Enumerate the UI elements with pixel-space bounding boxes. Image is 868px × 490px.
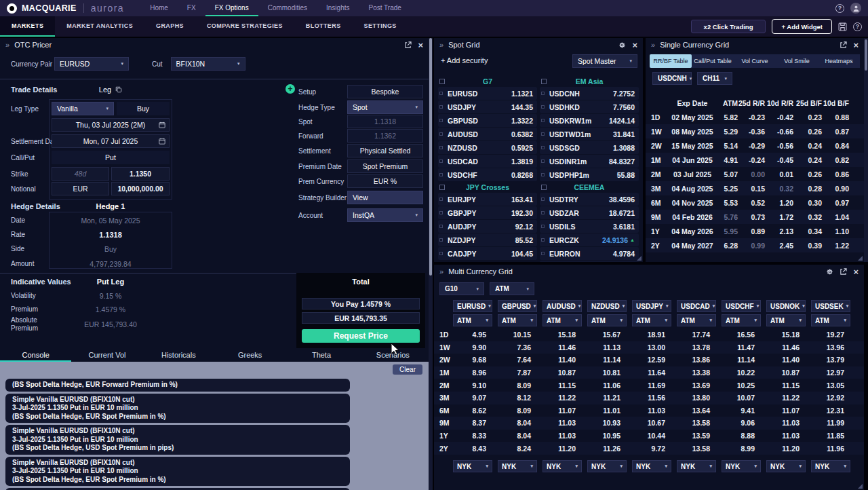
vol-cell[interactable]: 0.26 [793,128,822,136]
vol-cell[interactable]: 5.76 [717,213,738,221]
vol-cell[interactable]: 15.18 [540,331,585,339]
vol-cell[interactable]: 2.45 [765,242,793,250]
drag-handle-icon[interactable] [439,238,443,242]
vol-cell[interactable]: -0.36 [738,128,765,136]
vol-cell[interactable]: 13.69 [674,381,719,390]
vol-cell[interactable]: 8.12 [495,394,540,402]
multi-grid-row-3M[interactable]: 3M9.078.1211.2211.2111.5613.8010.0711.22… [434,392,864,404]
add-leg-button[interactable]: + [285,84,295,94]
multi-grid-row-2W[interactable]: 2W9.687.6411.4011.1412.5913.8611.1411.40… [434,354,864,366]
vol-cell[interactable]: 15.67 [585,331,629,339]
vol-cell[interactable]: 5.07 [717,170,738,178]
drag-handle-icon[interactable] [439,146,443,149]
vol-cell[interactable]: 11.14 [585,356,629,364]
vol-cell[interactable]: 1.72 [765,213,793,221]
vol-cell[interactable]: 0.88 [822,113,849,121]
collapse-panel-icon[interactable]: » [5,41,9,49]
vol-cell[interactable]: 11.40 [540,356,585,364]
vol-cell[interactable]: 0.23 [793,113,822,121]
vol-cell[interactable]: 11.47 [719,343,764,352]
vol-cell[interactable]: 11.56 [629,394,674,402]
console-tab-historicals[interactable]: Historicals [143,349,214,362]
vol-cell[interactable]: -0.66 [765,128,793,136]
user-avatar[interactable] [850,3,861,14]
setup-field[interactable]: Bespoke [347,85,423,98]
vol-cell[interactable]: 13.80 [674,394,719,402]
vol-cell[interactable]: 0.32 [765,185,793,193]
currency-select-audusd[interactable]: AUDUSD▾ [542,300,582,312]
vol-cell[interactable]: 0.86 [822,170,849,178]
vol-cell[interactable]: 13.79 [808,356,853,364]
spot-field[interactable]: 1.1318 [347,115,423,128]
vol-cell[interactable]: 5.29 [717,128,738,136]
vol-cell[interactable]: 0.34 [793,227,822,235]
drag-handle-icon[interactable] [439,132,443,136]
currency-select-nzdusd[interactable]: NZDUSD▾ [587,300,627,312]
vol-cell[interactable]: 9.90 [450,343,495,352]
drag-handle-icon[interactable] [541,173,545,176]
help-icon[interactable]: ? [835,4,844,13]
single-grid-tab-rr-bf-table[interactable]: RR/BF Table [650,54,692,68]
spot-row-nzdjpy[interactable]: NZDJPY85.52 [438,233,537,246]
vol-cell[interactable]: 11.40 [764,356,808,364]
vol-cell[interactable]: 17.74 [674,331,719,339]
drag-handle-icon[interactable] [439,92,443,95]
vol-cell[interactable]: 13.58 [674,445,719,453]
spot-row-eurpln[interactable]: EURPLN4.2858 [540,261,639,262]
resize-handle[interactable] [637,256,642,261]
metric-select-audusd[interactable]: ATM▾ [542,314,582,326]
drag-handle-icon[interactable] [439,225,443,228]
close-icon[interactable]: × [853,267,859,276]
topnav-item-fx[interactable]: FX [178,0,205,16]
drag-handle-icon[interactable] [541,119,545,122]
vol-cell[interactable]: 13.00 [629,343,674,352]
vol-cell[interactable]: 11.46 [540,343,585,352]
drag-handle-icon[interactable] [541,92,545,95]
vol-cell[interactable]: 11.14 [719,356,764,364]
vol-cell[interactable]: 10.15 [495,331,540,339]
leg-type-select[interactable]: Vanilla▾ [52,102,114,115]
single-grid-row-1D[interactable]: 1D02 May 20255.82-0.23-0.420.230.88 [646,110,864,124]
notional-ccy-field[interactable]: EUR [52,182,109,195]
vol-cell[interactable]: 9.41 [719,407,764,415]
spot-row-nzdusd[interactable]: NZDUSD0.5925 [438,141,537,154]
vol-cell[interactable]: 8.43 [450,445,495,453]
vol-cell[interactable]: 9.68 [450,356,495,364]
vol-cell[interactable]: 11.03 [540,432,585,440]
single-grid-currency-select[interactable]: USDCNH▾ [652,72,692,85]
add-security-button[interactable]: + Add security [441,56,488,64]
vol-cell[interactable]: 11.69 [629,381,674,390]
vol-cell[interactable]: 10.81 [585,369,629,377]
metric-select-usdnok[interactable]: ATM▾ [766,314,806,326]
currency-select-usdsek[interactable]: USDSEK▾ [811,300,850,312]
popout-icon[interactable] [840,41,847,49]
vol-cell[interactable]: 6.28 [717,242,738,250]
hedge-amount-value[interactable]: 4,797,239.84 [49,260,172,268]
vol-cell[interactable]: 7.87 [495,369,540,377]
single-grid-row-2Y[interactable]: 2Y04 May 20276.280.992.450.391.22 [646,238,864,252]
multi-grid-row-1M[interactable]: 1M8.967.8710.8710.8111.6413.3810.2210.87… [434,366,864,379]
cut-select-usdcad[interactable]: NYK▾ [677,460,716,472]
cut-select-gbpusd[interactable]: NYK▾ [498,460,537,472]
copy-leg-icon[interactable] [115,86,122,93]
vol-cell[interactable]: 11.64 [629,369,674,377]
vol-cell[interactable]: 13.05 [808,381,853,390]
request-price-button[interactable]: Request Price [302,329,420,343]
settlement-date-field[interactable]: Mon, 07 Jul 2025 [52,134,170,148]
popout-icon[interactable] [840,268,847,276]
currency-select-gbpusd[interactable]: GBPUSD▾ [498,300,537,312]
cut-select-usdjpy[interactable]: NYK▾ [632,460,671,472]
cut-select-eurusd[interactable]: NYK▾ [453,460,492,472]
vol-cell[interactable]: 0.90 [822,185,849,193]
currency-select-usdchf[interactable]: USDCHF▾ [722,300,761,312]
single-grid-row-3M[interactable]: 3M04 Aug 20255.250.150.320.280.90 [646,181,864,195]
hedge-type-select[interactable]: Spot▾ [347,100,423,114]
spot-row-eurron[interactable]: EURRON4.9784 [540,247,639,260]
vol-cell[interactable]: 11.15 [540,381,585,390]
vol-cell[interactable]: 0.87 [822,128,849,136]
close-icon[interactable]: × [632,41,637,50]
single-grid-row-2M[interactable]: 2M03 Jul 20255.070.000.010.260.86 [646,167,864,181]
single-grid-tab-heatmaps[interactable]: Heatmaps [818,54,860,68]
vol-cell[interactable]: 13.96 [808,343,853,352]
spot-row-usdtry[interactable]: USDTRY38.4596 [540,193,639,206]
